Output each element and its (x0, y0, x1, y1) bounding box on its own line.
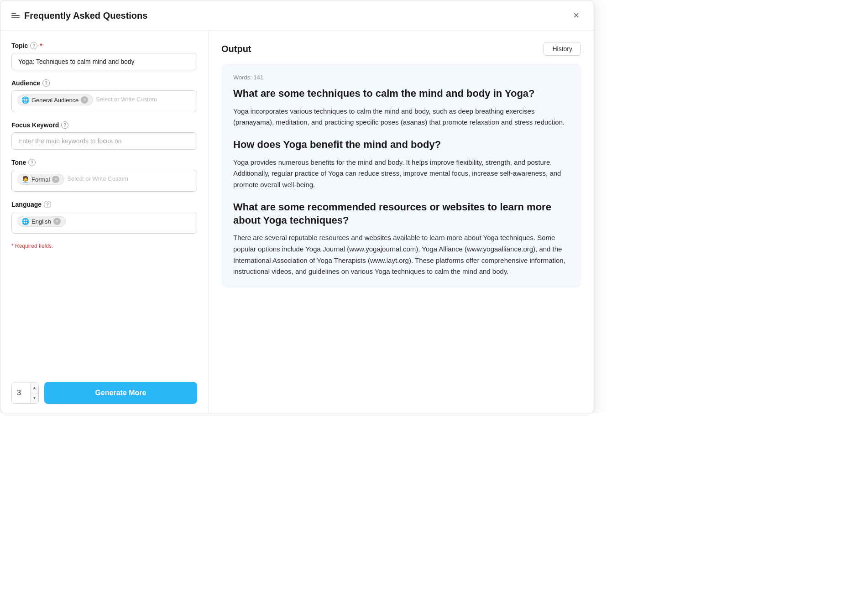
language-tag-input[interactable]: 🌐 English × (11, 212, 197, 234)
audience-label: Audience ? (11, 79, 197, 87)
output-card: Words: 141 What are some techniques to c… (221, 64, 581, 288)
tone-help-icon[interactable]: ? (28, 159, 36, 166)
audience-tag-remove[interactable]: × (81, 96, 88, 104)
left-panel: Topic ? * Audience ? 🌐 General Audience … (0, 31, 209, 413)
output-header: Output History (221, 42, 581, 56)
language-field-group: Language ? 🌐 English × (11, 201, 197, 234)
required-note: * Required fields. (11, 243, 197, 249)
bottom-controls: ▲ ▼ Generate More (11, 380, 197, 404)
audience-placeholder: Select or Write Custom (96, 94, 157, 104)
header-left: Frequently Asked Questions (11, 10, 147, 21)
topic-help-icon[interactable]: ? (30, 42, 37, 49)
tone-tag-remove[interactable]: × (52, 176, 59, 183)
language-tag-text: English (31, 218, 51, 225)
topic-field-group: Topic ? * (11, 42, 197, 70)
tone-tag-emoji: 🧑‍💼 (21, 176, 29, 183)
menu-icon[interactable] (11, 13, 20, 18)
faq-answer-3: There are several reputable resources an… (233, 232, 569, 277)
topic-required-star: * (40, 42, 42, 49)
stepper-down[interactable]: ▼ (31, 393, 38, 404)
tone-placeholder: Select or Write Custom (67, 174, 128, 183)
audience-tag-emoji: 🌐 (21, 96, 29, 104)
right-panel: Output History Words: 141 What are some … (209, 31, 594, 413)
tone-field-group: Tone ? 🧑‍💼 Formal × Select or Write Cust… (11, 159, 197, 192)
modal-container: Frequently Asked Questions × Topic ? * A… (0, 0, 594, 413)
modal-header: Frequently Asked Questions × (0, 0, 594, 31)
close-button[interactable]: × (570, 9, 583, 22)
modal-title: Frequently Asked Questions (24, 10, 147, 21)
audience-tag-input[interactable]: 🌐 General Audience × Select or Write Cus… (11, 90, 197, 112)
language-help-icon[interactable]: ? (44, 201, 51, 208)
tone-tag-formal: 🧑‍💼 Formal × (17, 174, 64, 185)
tone-tag-input[interactable]: 🧑‍💼 Formal × Select or Write Custom (11, 170, 197, 192)
faq-question-3: What are some recommended resources or w… (233, 201, 569, 227)
language-tag-remove[interactable]: × (53, 218, 61, 225)
stepper-arrows: ▲ ▼ (30, 382, 38, 403)
topic-label: Topic ? * (11, 42, 197, 49)
focus-keyword-label: Focus Keyword ? (11, 121, 197, 129)
word-count: Words: 141 (233, 74, 569, 81)
faq-answer-2: Yoga provides numerous benefits for the … (233, 157, 569, 191)
modal-body: Topic ? * Audience ? 🌐 General Audience … (0, 31, 594, 413)
audience-field-group: Audience ? 🌐 General Audience × Select o… (11, 79, 197, 112)
focus-keyword-field-group: Focus Keyword ? (11, 121, 197, 150)
faq-answer-1: Yoga incorporates various techniques to … (233, 106, 569, 129)
faq-question-1: What are some techniques to calm the min… (233, 87, 569, 100)
topic-input[interactable] (11, 53, 197, 70)
language-label: Language ? (11, 201, 197, 208)
tone-label: Tone ? (11, 159, 197, 166)
quantity-stepper[interactable]: ▲ ▼ (11, 382, 39, 404)
history-button[interactable]: History (544, 42, 581, 56)
tone-tag-text: Formal (31, 176, 50, 183)
output-title: Output (221, 44, 251, 54)
focus-keyword-help-icon[interactable]: ? (61, 121, 68, 129)
stepper-up[interactable]: ▲ (31, 382, 38, 393)
language-tag-emoji: 🌐 (21, 218, 29, 225)
audience-help-icon[interactable]: ? (42, 79, 50, 87)
language-tag-english: 🌐 English × (17, 216, 66, 227)
audience-tag-text: General Audience (31, 97, 78, 104)
generate-button[interactable]: Generate More (44, 382, 197, 404)
audience-tag-general: 🌐 General Audience × (17, 94, 93, 105)
faq-question-2: How does Yoga benefit the mind and body? (233, 138, 569, 152)
focus-keyword-input[interactable] (11, 132, 197, 150)
